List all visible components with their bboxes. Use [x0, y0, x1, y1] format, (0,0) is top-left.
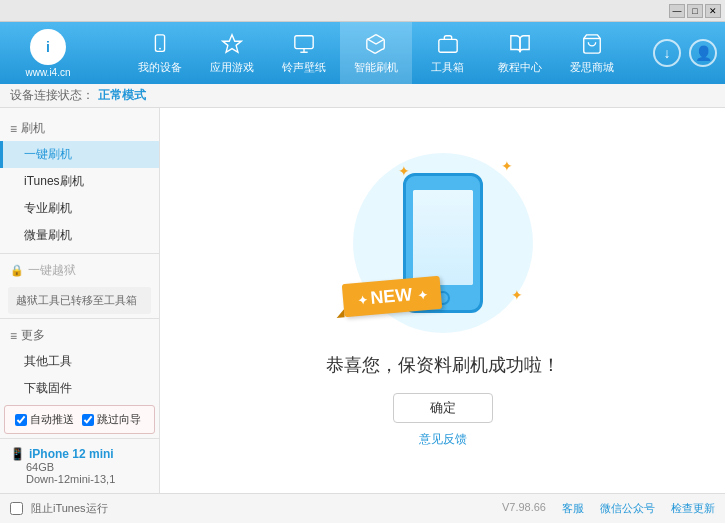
- sidebar-item-one-click-flash[interactable]: 一键刷机: [0, 141, 159, 168]
- logo: i www.i4.cn: [8, 29, 88, 78]
- close-button[interactable]: ✕: [705, 4, 721, 18]
- sidebar-scroll: ≡ 刷机 一键刷机 iTunes刷机 专业刷机 微量刷机 🔒 一键越狱: [0, 108, 159, 401]
- svg-rect-5: [438, 39, 456, 52]
- flash-header-icon: ≡: [10, 122, 17, 136]
- main-content: ✦ ✦ ✦ ✦ NEW ✦ 恭喜您，保资料刷机成功啦！ 确定 意见反馈: [160, 108, 725, 493]
- nav-mall[interactable]: 爱思商城: [556, 22, 628, 84]
- jailbreak-notice: 越狱工具已转移至工具箱: [8, 287, 151, 314]
- block-itunes-label: 阻止iTunes运行: [31, 501, 108, 516]
- nav-bar: 我的设备 应用游戏 铃声壁纸 智能刷机 工具箱: [98, 22, 653, 84]
- ringtone-icon: [292, 32, 316, 56]
- jailbreak-label: 一键越狱: [28, 262, 76, 279]
- restore-button[interactable]: □: [687, 4, 703, 18]
- auto-push-label: 自动推送: [30, 412, 74, 427]
- wechat-link[interactable]: 微信公众号: [600, 501, 655, 516]
- bottom-bar: 阻止iTunes运行 V7.98.66 客服 微信公众号 检查更新: [0, 493, 725, 523]
- auto-push-input[interactable]: [15, 414, 27, 426]
- nav-apps-games[interactable]: 应用游戏: [196, 22, 268, 84]
- smart-flash-label: 智能刷机: [354, 60, 398, 75]
- logo-icon: i: [30, 29, 66, 65]
- title-bar: — □ ✕: [0, 0, 725, 22]
- more-header-label: 更多: [21, 327, 45, 344]
- phone-illustration: ✦ ✦ ✦ ✦ NEW ✦: [343, 153, 543, 333]
- success-text: 恭喜您，保资料刷机成功啦！: [326, 353, 560, 377]
- skip-wizard-label: 跳过向导: [97, 412, 141, 427]
- my-device-label: 我的设备: [138, 60, 182, 75]
- device-section: 📱 iPhone 12 mini 64GB Down-12mini-13,1: [0, 438, 159, 493]
- bottom-right: V7.98.66 客服 微信公众号 检查更新: [502, 501, 715, 516]
- feedback-link[interactable]: 意见反馈: [419, 431, 467, 448]
- skip-wizard-checkbox[interactable]: 跳过向导: [82, 412, 141, 427]
- confirm-button[interactable]: 确定: [393, 393, 493, 423]
- toolbox-label: 工具箱: [431, 60, 464, 75]
- toolbox-icon: [436, 32, 460, 56]
- device-storage: 64GB: [26, 461, 149, 473]
- sidebar-divider-2: [0, 318, 159, 319]
- sidebar-divider-1: [0, 253, 159, 254]
- sidebar-item-other-tools[interactable]: 其他工具: [0, 348, 159, 375]
- minimize-button[interactable]: —: [669, 4, 685, 18]
- flash-header-label: 刷机: [21, 120, 45, 137]
- download-button[interactable]: ↓: [653, 39, 681, 67]
- apps-games-label: 应用游戏: [210, 60, 254, 75]
- sidebar-jailbreak-header: 🔒 一键越狱: [0, 258, 159, 283]
- sidebar-flash-header: ≡ 刷机: [0, 116, 159, 141]
- mall-label: 爱思商城: [570, 60, 614, 75]
- header: i www.i4.cn 我的设备 应用游戏 铃声壁纸: [0, 22, 725, 84]
- user-button[interactable]: 👤: [689, 39, 717, 67]
- ringtone-label: 铃声壁纸: [282, 60, 326, 75]
- device-firmware: Down-12mini-13,1: [26, 473, 149, 485]
- sidebar-item-itunes-flash[interactable]: iTunes刷机: [0, 168, 159, 195]
- sidebar: ≡ 刷机 一键刷机 iTunes刷机 专业刷机 微量刷机 🔒 一键越狱: [0, 108, 160, 493]
- sidebar-more-header: ≡ 更多: [0, 323, 159, 348]
- device-phone-icon: 📱: [10, 447, 25, 461]
- svg-rect-2: [294, 35, 312, 48]
- nav-smart-flash[interactable]: 智能刷机: [340, 22, 412, 84]
- my-device-icon: [148, 32, 172, 56]
- main-container: ≡ 刷机 一键刷机 iTunes刷机 专业刷机 微量刷机 🔒 一键越狱: [0, 108, 725, 493]
- tutorial-label: 教程中心: [498, 60, 542, 75]
- device-name: 📱 iPhone 12 mini: [10, 447, 149, 461]
- bottom-left: 阻止iTunes运行: [10, 501, 108, 516]
- apps-games-icon: [220, 32, 244, 56]
- nav-tutorial[interactable]: 教程中心: [484, 22, 556, 84]
- version-text: V7.98.66: [502, 501, 546, 516]
- block-itunes-checkbox[interactable]: [10, 502, 23, 515]
- checkbox-group: 自动推送 跳过向导: [4, 405, 155, 434]
- sidebar-item-micro-flash[interactable]: 微量刷机: [0, 222, 159, 249]
- header-right: ↓ 👤: [653, 39, 717, 67]
- tutorial-icon: [508, 32, 532, 56]
- sidebar-item-download-firmware[interactable]: 下载固件: [0, 375, 159, 401]
- lock-icon: 🔒: [10, 264, 24, 277]
- sidebar-item-pro-flash[interactable]: 专业刷机: [0, 195, 159, 222]
- new-badge-stars: ✦: [356, 293, 371, 308]
- sparkle-2: ✦: [501, 158, 513, 174]
- smart-flash-icon: [364, 32, 388, 56]
- nav-ringtone[interactable]: 铃声壁纸: [268, 22, 340, 84]
- update-link[interactable]: 检查更新: [671, 501, 715, 516]
- support-link[interactable]: 客服: [562, 501, 584, 516]
- phone-screen: [413, 190, 473, 285]
- skip-wizard-input[interactable]: [82, 414, 94, 426]
- logo-text: www.i4.cn: [25, 67, 70, 78]
- new-badge-stars-right: ✦: [416, 288, 427, 303]
- auto-push-checkbox[interactable]: 自动推送: [15, 412, 74, 427]
- nav-my-device[interactable]: 我的设备: [124, 22, 196, 84]
- nav-toolbox[interactable]: 工具箱: [412, 22, 484, 84]
- more-header-icon: ≡: [10, 329, 17, 343]
- window-controls[interactable]: — □ ✕: [669, 4, 721, 18]
- status-bar: 设备连接状态： 正常模式: [0, 84, 725, 108]
- status-label: 设备连接状态：: [10, 87, 94, 104]
- sparkle-3: ✦: [511, 287, 523, 303]
- mall-icon: [580, 32, 604, 56]
- status-value: 正常模式: [98, 87, 146, 104]
